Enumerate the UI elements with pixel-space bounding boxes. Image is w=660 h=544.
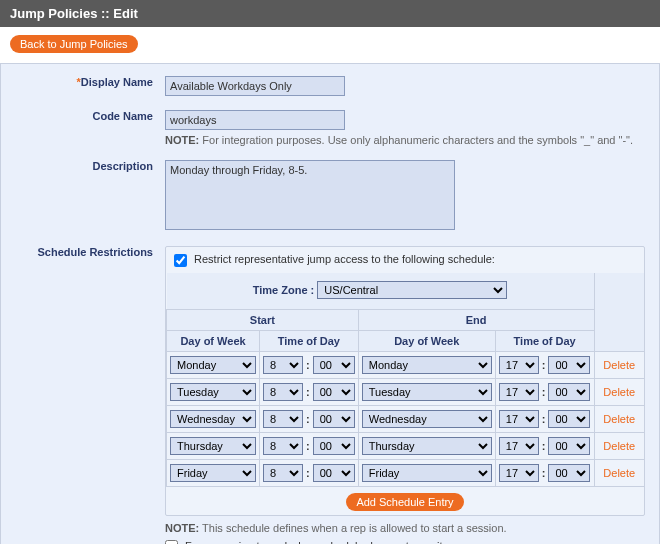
start-minute-select[interactable]: 00 [313, 356, 355, 374]
start-minute-select[interactable]: 00 [313, 437, 355, 455]
start-day-select[interactable]: Thursday [170, 437, 256, 455]
end-hour-select[interactable]: 17 [499, 383, 539, 401]
restrict-checkbox[interactable] [174, 254, 187, 267]
schedule-restrictions-label: Schedule Restrictions [9, 242, 159, 544]
end-hour-select[interactable]: 17 [499, 464, 539, 482]
end-hour-select[interactable]: 17 [499, 356, 539, 374]
force-end-checkbox[interactable] [165, 540, 178, 544]
start-day-select[interactable]: Monday [170, 356, 256, 374]
delete-row-link[interactable]: Delete [599, 359, 639, 371]
timezone-label: Time Zone : [253, 284, 315, 296]
start-tod-heading: Time of Day [260, 330, 359, 351]
force-end-label: Force session to end when schedule does … [185, 540, 480, 544]
schedule-row: Monday8:00Monday17:00Delete [167, 351, 645, 378]
start-day-select[interactable]: Friday [170, 464, 256, 482]
start-minute-select[interactable]: 00 [313, 410, 355, 428]
end-tod-heading: Time of Day [495, 330, 594, 351]
code-name-note: NOTE: For integration purposes. Use only… [165, 134, 645, 146]
schedule-note: NOTE: This schedule defines when a rep i… [165, 522, 645, 534]
schedule-box: Restrict representative jump access to t… [165, 246, 645, 516]
end-day-select[interactable]: Monday [362, 356, 492, 374]
delete-row-link[interactable]: Delete [599, 413, 639, 425]
end-heading: End [358, 309, 594, 330]
schedule-row: Tuesday8:00Tuesday17:00Delete [167, 378, 645, 405]
start-hour-select[interactable]: 8 [263, 464, 303, 482]
start-heading: Start [167, 309, 359, 330]
code-name-label: Code Name [9, 106, 159, 156]
page-title: Jump Policies :: Edit [0, 0, 660, 27]
timezone-select[interactable]: US/Central [317, 281, 507, 299]
description-textarea[interactable]: Monday through Friday, 8-5. [165, 160, 455, 230]
end-minute-select[interactable]: 00 [548, 383, 590, 401]
back-button[interactable]: Back to Jump Policies [10, 35, 138, 53]
delete-row-link[interactable]: Delete [599, 467, 639, 479]
start-dow-heading: Day of Week [167, 330, 260, 351]
schedule-grid: Time Zone : US/Central [166, 273, 644, 487]
start-day-select[interactable]: Wednesday [170, 410, 256, 428]
display-name-input[interactable] [165, 76, 345, 96]
form-panel: *Display Name Code Name NOTE: For integr… [0, 63, 660, 544]
end-hour-select[interactable]: 17 [499, 410, 539, 428]
schedule-row: Wednesday8:00Wednesday17:00Delete [167, 405, 645, 432]
start-hour-select[interactable]: 8 [263, 356, 303, 374]
code-name-input[interactable] [165, 110, 345, 130]
schedule-row: Friday8:00Friday17:00Delete [167, 459, 645, 486]
start-hour-select[interactable]: 8 [263, 437, 303, 455]
start-hour-select[interactable]: 8 [263, 410, 303, 428]
end-day-select[interactable]: Wednesday [362, 410, 492, 428]
restrict-checkbox-label: Restrict representative jump access to t… [194, 253, 495, 265]
add-schedule-entry-button[interactable]: Add Schedule Entry [346, 493, 463, 511]
start-day-select[interactable]: Tuesday [170, 383, 256, 401]
schedule-row: Thursday8:00Thursday17:00Delete [167, 432, 645, 459]
delete-row-link[interactable]: Delete [599, 440, 639, 452]
delete-row-link[interactable]: Delete [599, 386, 639, 398]
end-day-select[interactable]: Friday [362, 464, 492, 482]
end-minute-select[interactable]: 00 [548, 437, 590, 455]
end-hour-select[interactable]: 17 [499, 437, 539, 455]
start-hour-select[interactable]: 8 [263, 383, 303, 401]
end-minute-select[interactable]: 00 [548, 410, 590, 428]
end-dow-heading: Day of Week [358, 330, 495, 351]
end-day-select[interactable]: Tuesday [362, 383, 492, 401]
display-name-label: *Display Name [9, 72, 159, 106]
description-label: Description [9, 156, 159, 242]
start-minute-select[interactable]: 00 [313, 383, 355, 401]
end-day-select[interactable]: Thursday [362, 437, 492, 455]
end-minute-select[interactable]: 00 [548, 464, 590, 482]
start-minute-select[interactable]: 00 [313, 464, 355, 482]
end-minute-select[interactable]: 00 [548, 356, 590, 374]
